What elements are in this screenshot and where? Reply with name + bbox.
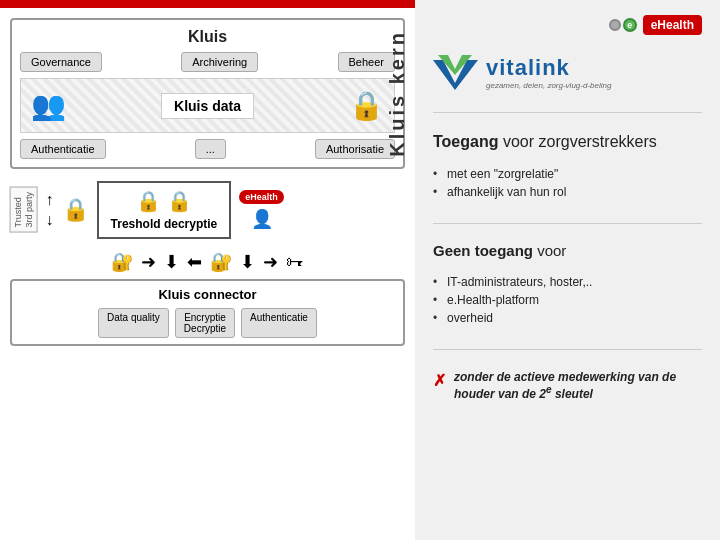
dot-green-icon: e xyxy=(623,18,637,32)
divider2 xyxy=(433,223,702,224)
ehealth-badge-small: eHealth xyxy=(239,190,284,204)
arrows-col: ↑ ↓ xyxy=(46,191,54,229)
vitalink-v-icon xyxy=(433,55,478,90)
treshold-section: Trusted3rd party ↑ ↓ 🔒 🔒 🔒 Treshold decr… xyxy=(10,177,405,243)
kluis-kern-label: Kluis kern xyxy=(386,30,409,157)
kluis-top-row: Governance Archivering Beheer xyxy=(20,52,395,72)
key-row: 🔐 ➜ ⬇ ⬅ 🔐 ⬇ ➜ 🗝 xyxy=(10,251,405,273)
geen-toegang-bullet-list: IT-administrateurs, hoster,.. e.Health-p… xyxy=(433,273,702,327)
e-letter: e xyxy=(627,20,632,30)
encryptie-tag: EncryptieDecryptie xyxy=(175,308,235,338)
kluis-data-section: 👥 Kluis data 🔒 xyxy=(20,78,395,133)
dot-gray-icon xyxy=(609,19,621,31)
svg-marker-0 xyxy=(433,60,478,90)
lock2-icon: 🔒 xyxy=(62,197,89,223)
key2-icon: 🔐 xyxy=(210,251,232,273)
vitalink-logo: vitalink gezamen, delen, zorg-vlug-d-bel… xyxy=(433,55,702,90)
treshold-box: 🔒 🔒 Treshold decryptie xyxy=(97,181,232,239)
right-panel: e eHealth vitalink gezamen, delen, zorg-… xyxy=(415,0,720,540)
geen-toegang-bold: Geen toegang xyxy=(433,242,533,259)
toegang-bullet-2: afhankelijk van hun rol xyxy=(433,183,702,201)
geen-toegang-voor: voor xyxy=(537,242,566,259)
key3-icon: 🗝 xyxy=(286,252,304,273)
arrow-down-icon: ↓ xyxy=(46,211,54,229)
lock3-icon: 🔒 xyxy=(136,189,161,213)
x-mark-icon: ✗ xyxy=(433,371,446,390)
ehealth-top-bar: e eHealth xyxy=(433,15,702,35)
authorisatie-tag: Authorisatie xyxy=(315,139,395,159)
geen-bullet-2: e.Health-platform xyxy=(433,291,702,309)
connector-title: Kluis connector xyxy=(20,287,395,302)
left-panel: Kluis Governance Archivering Beheer 👥 Kl… xyxy=(0,0,415,540)
vitalink-name: vitalink xyxy=(486,55,611,81)
ehealth-dot-row: e xyxy=(609,18,637,32)
vitalink-tagline: gezamen, delen, zorg-vlug-d-beling xyxy=(486,81,611,90)
person2-icon: 👤 xyxy=(251,208,273,230)
arrow-right2-icon: ➜ xyxy=(263,251,278,273)
zonder-block: ✗ zonder de actieve medewerking van de h… xyxy=(433,370,702,401)
arrow-down3-icon: ⬇ xyxy=(240,251,255,273)
connector-row: Data quality EncryptieDecryptie Authenti… xyxy=(20,308,395,338)
trusted-label: Trusted3rd party xyxy=(10,187,38,233)
kluis-title: Kluis xyxy=(20,28,395,46)
archivering-tag: Archivering xyxy=(181,52,258,72)
authenticatie-tag: Authenticatie xyxy=(20,139,106,159)
arrow-left1-icon: ⬅ xyxy=(187,251,202,273)
lock-icon: 🔒 xyxy=(349,89,384,122)
treshold-icons: 🔒 🔒 xyxy=(136,189,192,213)
toegang-bullet-list: met een "zorgrelatie" afhankelijk van hu… xyxy=(433,165,702,201)
kluis-bottom-row: Authenticatie ... Authorisatie xyxy=(20,139,395,159)
arrow-right1-icon: ➜ xyxy=(141,251,156,273)
top-red-bar xyxy=(0,0,415,8)
governance-tag: Governance xyxy=(20,52,102,72)
arrow-down2-icon: ⬇ xyxy=(164,251,179,273)
divider1 xyxy=(433,112,702,113)
geen-bullet-1: IT-administrateurs, hoster,.. xyxy=(433,273,702,291)
persons-icon: 👥 xyxy=(31,89,66,122)
ehealth-logo: eHealth xyxy=(643,15,702,35)
toegang-section-title: Toegang voor zorgverstrekkers xyxy=(433,133,702,151)
kluis-box: Kluis Governance Archivering Beheer 👥 Kl… xyxy=(10,18,405,169)
data-quality-tag: Data quality xyxy=(98,308,169,338)
geen-bullet-3: overheid xyxy=(433,309,702,327)
ellipsis-tag: ... xyxy=(195,139,226,159)
kluis-connector-box: Kluis connector Data quality EncryptieDe… xyxy=(10,279,405,346)
lock4-icon: 🔒 xyxy=(167,189,192,213)
vitalink-text-block: vitalink gezamen, delen, zorg-vlug-d-bel… xyxy=(486,55,611,90)
arrow-up-icon: ↑ xyxy=(46,191,54,209)
authenticatie2-tag: Authenticatie xyxy=(241,308,317,338)
toegang-bullet-1: met een "zorgrelatie" xyxy=(433,165,702,183)
toegang-bold: Toegang xyxy=(433,133,498,150)
toegang-subtitle: voor zorgverstrekkers xyxy=(503,133,657,150)
divider3 xyxy=(433,349,702,350)
geen-toegang-section-title: Geen toegang voor xyxy=(433,242,702,259)
key1-icon: 🔐 xyxy=(111,251,133,273)
treshold-label: Treshold decryptie xyxy=(111,217,218,231)
zonder-text: zonder de actieve medewerking van de hou… xyxy=(454,370,702,401)
kluis-data-label: Kluis data xyxy=(161,93,254,119)
